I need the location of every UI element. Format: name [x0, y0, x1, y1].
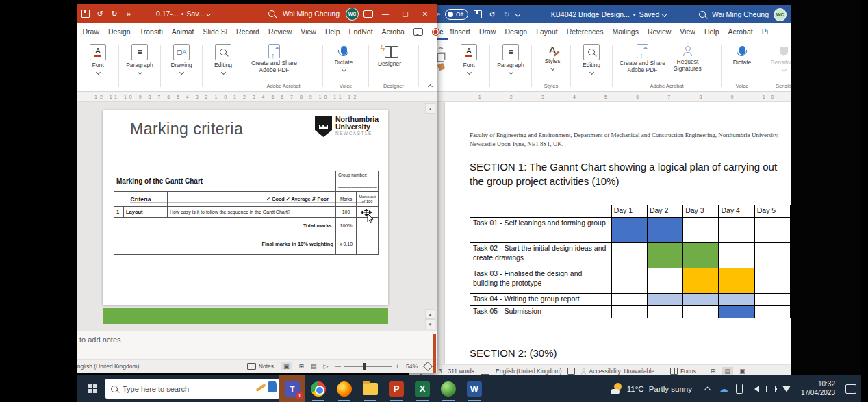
read-mode-icon[interactable]: ⊞ — [711, 368, 716, 375]
redo-icon[interactable]: ↻ — [110, 9, 119, 18]
maximize-button[interactable]: ▢ — [398, 4, 413, 23]
create-share-adobe-pdf-button[interactable]: Create and Share Adobe PDF — [247, 44, 301, 74]
tab-view[interactable]: View — [296, 23, 321, 40]
zoom-slider-thumb[interactable] — [363, 363, 366, 370]
taskbar-chrome-button[interactable] — [305, 375, 331, 402]
show-hidden-icons-chevron[interactable] — [703, 384, 713, 394]
tab-layout[interactable]: Layout — [532, 23, 563, 40]
save-icon[interactable] — [473, 10, 483, 19]
slide-scrollbar[interactable]: ▲ ▲ ▼ — [425, 103, 435, 329]
tab-slideshow[interactable]: Slide Sl — [199, 23, 232, 40]
notes-pane[interactable]: to add notes — [77, 331, 437, 359]
onedrive-cloud-icon[interactable]: ☁ — [719, 384, 728, 394]
slide-title[interactable]: Marking criteria — [130, 120, 243, 138]
request-signatures-button[interactable]: Request Signatures — [669, 44, 706, 73]
speaker-icon[interactable] — [750, 384, 760, 394]
previous-slide-icon[interactable]: ▲ — [425, 309, 435, 319]
taskbar-teams-button[interactable]: T 1 — [279, 375, 305, 402]
focus-button[interactable]: Focus — [670, 368, 696, 375]
document-title[interactable]: KB4042 Bridge Design... • Saved — [551, 10, 666, 18]
format-painter-icon[interactable] — [437, 63, 445, 71]
record-icon[interactable] — [427, 23, 444, 40]
font-button[interactable]: A Font — [80, 44, 116, 74]
taskbar-file-explorer-button[interactable] — [357, 375, 383, 402]
word-count[interactable]: 311 words — [448, 368, 474, 375]
slide-canvas[interactable]: Marking criteria Northumbria University … — [103, 110, 388, 305]
drawing-button[interactable]: ▢A Drawing — [164, 44, 199, 74]
ribbon-display-options-icon[interactable] — [363, 10, 373, 18]
next-slide-icon[interactable]: ▼ — [425, 319, 435, 329]
tab-mailings[interactable]: Mailings — [608, 23, 643, 40]
tab-record[interactable]: Record — [232, 23, 264, 40]
share-icon[interactable]: ↥ — [444, 23, 458, 40]
font-button[interactable]: A Font — [451, 44, 487, 74]
accessibility-status[interactable]: Accessibility: Unavailable — [581, 368, 654, 375]
zoom-in-icon[interactable]: + — [396, 363, 399, 370]
taskbar-weather-widget[interactable]: 11°C Partly sunny — [604, 383, 699, 394]
styles-button[interactable]: A Styles — [535, 44, 570, 70]
close-button[interactable]: ✕ — [418, 4, 433, 23]
scroll-up-icon[interactable]: ▲ — [425, 103, 435, 114]
sensitivity-button[interactable]: Sensitivity — [766, 44, 791, 71]
proofing-icon[interactable] — [481, 368, 489, 375]
taskbar-excel-button[interactable]: X — [409, 375, 435, 402]
your-phone-icon[interactable] — [735, 384, 744, 394]
create-share-adobe-pdf-button[interactable]: Create and Share Adobe PDF — [615, 44, 669, 74]
document-title[interactable]: 0.17-... • Sav... — [156, 10, 210, 18]
comments-icon[interactable] — [409, 23, 427, 40]
user-name[interactable]: Wai Ming Cheung — [283, 10, 340, 18]
tab-acrobat[interactable]: Acroba — [377, 23, 409, 40]
paragraph-button[interactable]: ≡ Paragraph — [493, 44, 528, 74]
undo-icon[interactable]: ↺ — [95, 9, 105, 18]
battery-icon[interactable] — [766, 384, 776, 394]
slideshow-view-icon[interactable]: ▷ — [324, 363, 329, 370]
fit-slide-to-window-icon[interactable] — [423, 362, 433, 371]
tab-draw[interactable]: Draw — [474, 23, 500, 40]
paragraph-button[interactable]: ≡ Paragraph — [122, 44, 157, 74]
tab-references[interactable]: References — [562, 23, 608, 40]
web-layout-icon[interactable]: ▣ — [739, 368, 745, 375]
copy-icon[interactable] — [437, 53, 444, 62]
avatar[interactable]: WC — [774, 8, 787, 21]
dictate-button[interactable]: Dictate — [724, 44, 760, 66]
gantt-chart-table[interactable]: Day 1 Day 2 Day 3 Day 4 Day 5 Task 01 - … — [470, 205, 791, 318]
tab-help[interactable]: Help — [700, 23, 724, 40]
tab-help[interactable]: Help — [320, 23, 344, 40]
tab-review[interactable]: Review — [643, 23, 675, 40]
taskbar-powerpoint-button[interactable]: P — [383, 375, 409, 402]
designer-button[interactable]: ϟ Designer — [372, 44, 407, 68]
zoom-level[interactable]: 54% — [406, 363, 418, 370]
cut-icon[interactable]: ✂ — [438, 45, 444, 51]
taskbar-recorder-button[interactable] — [435, 375, 461, 402]
editing-button[interactable]: Editing — [574, 44, 609, 74]
wifi-icon[interactable] — [782, 384, 791, 394]
autosave-toggle[interactable]: Off — [445, 9, 468, 20]
word-ruler[interactable]: 1 · · · 1 · 2 · 3 · 4 · 5 · 6 · 7 · 8 · … — [409, 92, 791, 102]
notes-toggle-button[interactable]: Notes — [247, 363, 274, 370]
dictate-button[interactable]: Dictate — [326, 44, 361, 71]
search-icon[interactable] — [698, 10, 707, 19]
editing-button[interactable]: Editing — [205, 44, 241, 74]
avatar[interactable]: WC — [346, 8, 359, 21]
tab-design[interactable]: Design — [500, 23, 532, 40]
tab-picture-format[interactable]: Pi — [757, 23, 772, 40]
normal-view-icon[interactable]: ▣ — [281, 362, 292, 370]
tab-acrobat[interactable]: Acrobat — [724, 23, 757, 40]
tab-animations[interactable]: Animat — [167, 23, 199, 40]
action-center-button[interactable] — [841, 375, 861, 402]
search-icon[interactable] — [267, 9, 277, 18]
taskbar-firefox-button[interactable] — [331, 375, 357, 402]
quick-access-overflow-icon[interactable]: » — [124, 9, 133, 18]
powerpoint-ruler[interactable]: 12 11 10 9 8 7 6 5 4 3 2 1 0 1 2 3 4 5 6… — [77, 92, 437, 102]
zoom-out-icon[interactable]: — — [335, 363, 342, 370]
title-dropdown-icon[interactable] — [206, 11, 211, 16]
zoom-slider[interactable]: — + — [335, 363, 399, 370]
minimize-button[interactable]: — — [378, 4, 393, 23]
user-name[interactable]: Wai Ming Cheung — [712, 10, 769, 18]
language-status[interactable]: English (United Kingdom) — [496, 368, 561, 375]
title-dropdown-icon[interactable] — [662, 12, 667, 16]
quick-access-dropdown-icon[interactable] — [515, 12, 520, 16]
tab-transitions[interactable]: Transiti — [135, 23, 167, 40]
tab-design[interactable]: Design — [104, 23, 136, 40]
macro-recording-icon[interactable] — [567, 368, 575, 375]
